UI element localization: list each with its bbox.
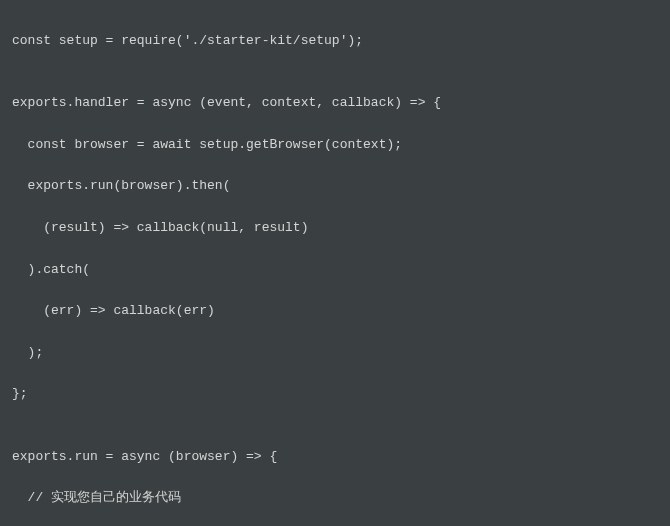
code-line: (result) => callback(null, result) [12, 218, 658, 239]
code-editor: const setup = require('./starter-kit/set… [0, 0, 670, 526]
code-line: ); [12, 343, 658, 364]
code-line: exports.handler = async (event, context,… [12, 93, 658, 114]
code-line: const setup = require('./starter-kit/set… [12, 31, 658, 52]
code-line: exports.run(browser).then( [12, 176, 658, 197]
code-line: (err) => callback(err) [12, 301, 658, 322]
code-line: exports.run = async (browser) => { [12, 447, 658, 468]
code-line: }; [12, 384, 658, 405]
code-line: // 实现您自己的业务代码 [12, 488, 658, 509]
code-line: ).catch( [12, 260, 658, 281]
code-line: const browser = await setup.getBrowser(c… [12, 135, 658, 156]
